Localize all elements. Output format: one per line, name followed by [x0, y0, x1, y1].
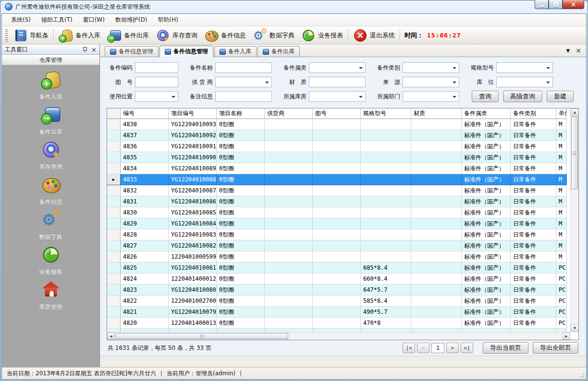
menu-item[interactable]: 辅助工具(T) — [36, 14, 78, 25]
input-field[interactable] — [135, 62, 178, 73]
table-cell — [265, 141, 313, 152]
close-button[interactable]: × — [563, 0, 584, 9]
select-field[interactable] — [215, 77, 272, 87]
page-number-input[interactable] — [431, 343, 444, 353]
menu-item[interactable]: 窗口(W) — [78, 14, 110, 25]
sidebar-item-parts-outbound[interactable]: 备件出库 — [22, 108, 80, 136]
column-header[interactable]: 单位 — [556, 108, 567, 119]
tab-1[interactable]: 备件信息管理 — [159, 46, 213, 57]
resize-grip[interactable] — [579, 372, 585, 378]
table-row[interactable]: 4825YG122040100810型圈685*8.4标准件（国产）日常备件PC — [107, 262, 570, 274]
toolbar-button-label: 退出系统 — [370, 31, 395, 40]
menu-item[interactable]: 系统(S) — [6, 14, 36, 25]
column-header[interactable]: 编号 — [121, 108, 169, 119]
column-header[interactable]: 供货商 — [265, 108, 313, 119]
query-button[interactable]: 查询 — [472, 91, 499, 102]
menu-item[interactable]: 帮助(H) — [153, 14, 184, 25]
input-field[interactable] — [135, 77, 178, 87]
pin-icon[interactable] — [82, 47, 87, 52]
select-field[interactable] — [496, 62, 553, 73]
tab-list-dropdown-icon[interactable]: ▼ — [566, 48, 570, 53]
select-field[interactable] — [403, 91, 459, 102]
column-header[interactable]: 项目名称 — [217, 108, 265, 119]
select-field[interactable] — [403, 62, 459, 73]
scroll-right-icon[interactable]: ▶ — [563, 333, 570, 340]
table-row[interactable]: 4838YG122040100930型圈标准件（国产）日常备件M — [107, 119, 570, 130]
select-field[interactable] — [135, 91, 178, 102]
table-row[interactable]: 4829YG122040100840型圈标准件（国产）日常备件M — [107, 218, 570, 229]
toolbar-button-navigator[interactable]: 导航条 — [10, 27, 52, 44]
input-field[interactable] — [215, 91, 272, 102]
horizontal-scrollbar[interactable]: ◀ ▶ — [107, 332, 570, 340]
toolbar-button-inventory-query[interactable]: 库存查询 — [152, 27, 201, 44]
last-page-button[interactable]: >| — [461, 343, 473, 353]
select-field[interactable] — [309, 62, 366, 73]
vertical-scroll-thumb[interactable] — [571, 117, 578, 190]
toolbar-grip[interactable] — [5, 29, 8, 42]
table-row[interactable]: 4836YG122040100910型圈标准件（国产）日常备件M — [107, 141, 570, 152]
new-button[interactable]: 新建 — [547, 91, 574, 102]
horizontal-scroll-thumb[interactable] — [115, 333, 288, 339]
tab-3[interactable]: 备件出库 — [257, 46, 300, 57]
search-form-row: 使用位置备注信息所属库房所属部门查询高级查询新建 — [107, 91, 581, 102]
sidebar-item-warehouse[interactable]: 库房管理 — [22, 283, 80, 311]
toolbar-button-data-dictionary[interactable]: 数据字典 — [249, 27, 298, 44]
table-row[interactable]: 4828YG122040100830型圈标准件（国产）日常备件M — [107, 229, 570, 240]
first-page-button[interactable]: |< — [403, 343, 415, 353]
table-row[interactable]: 4832YG122040100870型圈标准件（国产）日常备件M — [107, 185, 570, 196]
table-row[interactable]: 4837YG122040100920型圈标准件（国产）日常备件M — [107, 130, 570, 141]
table-cell — [411, 196, 462, 207]
toolbar-button-parts-outbound[interactable]: 备件出库 — [104, 27, 152, 44]
select-field[interactable] — [496, 77, 553, 87]
prev-page-button[interactable]: < — [417, 343, 429, 353]
export-all-pages-button[interactable]: 导出全部页 — [533, 342, 578, 354]
sidebar-item-parts-inbound[interactable]: 备件入库 — [22, 73, 80, 101]
advanced-query-button[interactable]: 高级查询 — [503, 91, 542, 102]
sidebar-item-parts-info[interactable]: 备件信息 — [22, 178, 80, 206]
table-row[interactable]: 4835YG122040100900型圈标准件（国产）日常备件M — [107, 152, 570, 163]
toolbar-button-parts-info[interactable]: 备件信息 — [201, 27, 249, 44]
table-row[interactable]: 4821YG122040100790型圈490*5.7标准件（国产）日常备件PC — [107, 307, 570, 318]
table-row[interactable]: 4830YG122040100850型圈标准件（国产）日常备件M — [107, 207, 570, 218]
toolbar-button-business-report[interactable]: 业务报表 — [298, 27, 346, 44]
select-field[interactable] — [403, 77, 459, 87]
input-field[interactable] — [215, 62, 272, 73]
menu-item[interactable]: 数据维护(D) — [110, 14, 153, 25]
scroll-up-icon[interactable]: ▲ — [571, 108, 579, 116]
tool-window-close-icon[interactable]: × — [91, 47, 97, 53]
table-row[interactable]: 4834YG122040100890型圈标准件（国产）日常备件M — [107, 163, 570, 174]
table-row[interactable]: 482412204014000120型圈660*8.4标准件（国产）日常备件PC — [107, 274, 570, 285]
tab-2[interactable]: 备件入库 — [214, 46, 257, 57]
column-header[interactable] — [107, 108, 121, 119]
scroll-left-icon[interactable]: ◀ — [107, 333, 115, 340]
table-row[interactable]: 482612204010005990型圈标准件（国产）日常备件M — [107, 251, 570, 262]
table-row[interactable]: ▶4833YG122040100880型圈标准件（国产）日常备件M — [107, 174, 570, 185]
sidebar-item-inventory-query[interactable]: 库存查询 — [22, 143, 80, 171]
restore-button[interactable] — [549, 0, 563, 9]
column-header[interactable]: 项目编号 — [169, 108, 217, 119]
vertical-scrollbar[interactable]: ▲ ▼ — [570, 108, 578, 332]
next-page-button[interactable]: > — [446, 343, 459, 353]
tab-0[interactable]: 备件信息管理 — [105, 46, 159, 57]
toolbar-button-parts-inbound[interactable]: 备件入库 — [55, 27, 104, 44]
table-row[interactable]: 482212204010027000型圈585*8.4标准件（国产）日常备件PC — [107, 296, 570, 307]
column-header[interactable]: 材质 — [411, 108, 462, 119]
table-row[interactable]: 4823YG122040100800型圈647*5.7标准件（国产）日常备件PC — [107, 285, 570, 296]
tab-close-icon[interactable]: × — [576, 47, 581, 54]
sidebar-item-data-dictionary[interactable]: 数据字典 — [22, 213, 80, 241]
input-field[interactable] — [309, 77, 366, 87]
column-header[interactable]: 图号 — [313, 108, 361, 119]
scroll-down-icon[interactable]: ▼ — [571, 324, 579, 332]
column-header[interactable]: 备件属类 — [462, 108, 511, 119]
export-current-page-button[interactable]: 导出当前页 — [483, 342, 528, 354]
column-header[interactable]: 规格型号 — [361, 108, 411, 119]
minimize-button[interactable] — [535, 0, 549, 9]
table-row[interactable]: 482012204014000130型圈470*8标准件（国产）日常备件PC — [107, 318, 570, 329]
select-field[interactable] — [309, 91, 366, 102]
sidebar-item-business-report[interactable]: 业务报表 — [22, 248, 80, 276]
toolbar-button-exit-system[interactable]: 退出系统 — [350, 27, 398, 44]
column-header[interactable]: 备件类别 — [511, 108, 556, 119]
sidebar-group-warehouse[interactable]: 仓库管理 — [2, 55, 99, 65]
table-row[interactable]: 4831YG122040100860型圈标准件（国产）日常备件M — [107, 196, 570, 207]
table-row[interactable]: 4827YG122040100820型圈标准件（国产）日常备件M — [107, 240, 570, 251]
